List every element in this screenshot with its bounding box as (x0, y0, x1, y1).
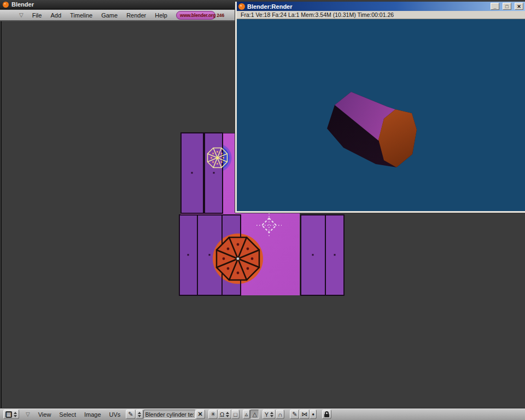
editor-type-arrows-icon (14, 412, 17, 417)
blender-logo-icon (3, 2, 9, 8)
menu-help[interactable]: Help (155, 12, 167, 19)
app-title: Blender (11, 1, 34, 8)
omega-arrows-icon (226, 412, 229, 417)
dot-button[interactable]: ● (310, 410, 317, 419)
triangle-filled-button[interactable]: △ (250, 410, 259, 419)
version-text: www.blender.org 246 (180, 13, 224, 18)
menu-game[interactable]: Game (101, 12, 118, 19)
blender-logo-icon (238, 3, 245, 10)
lock-icon (324, 411, 329, 417)
maximize-button[interactable]: □ (503, 3, 511, 10)
version-badge: www.blender.org 246 (176, 11, 215, 20)
gear-icon: ✳ (211, 411, 215, 418)
omega-icon: Ω (220, 411, 224, 418)
image-editor-icon: ▦ (5, 411, 12, 418)
gear-button[interactable]: ✳ (208, 410, 218, 419)
menu-uvs[interactable]: UVs (109, 411, 121, 418)
pencil-icon: ✎ (292, 411, 297, 418)
uv-cap-bottom-center (236, 257, 239, 260)
close-button[interactable]: ✕ (515, 3, 523, 10)
uv-editor-header: ▦ ▽ View Select Image UVs ✎ ✕ ✳ Ω □ ▵ △ … (0, 408, 525, 420)
menu-timeline[interactable]: Timeline (70, 12, 92, 19)
menu-select[interactable]: Select (59, 411, 76, 418)
render-stats: Fra:1 Ve:18 Fa:24 La:1 Mem:3.54M (10.31M… (237, 11, 525, 19)
minimize-button[interactable]: _ (491, 3, 499, 10)
image-name-field[interactable] (143, 410, 196, 419)
menu-render[interactable]: Render (126, 12, 146, 19)
bowtie-icon: ⋈ (301, 411, 307, 418)
render-window-titlebar[interactable]: Blender:Render _ □ ✕ (237, 2, 525, 11)
editor-left-edge (0, 21, 2, 409)
sticky-arrows-icon (270, 412, 273, 417)
menu-add[interactable]: Add (50, 12, 61, 19)
browse-arrows-icon (138, 412, 141, 417)
pin-icon: ✎ (128, 411, 133, 418)
pin-button[interactable]: ✎ (126, 410, 135, 419)
render-window: Blender:Render _ □ ✕ Fra:1 Ve:18 Fa:24 L… (235, 2, 525, 213)
omega-button[interactable]: Ω (218, 410, 231, 419)
triangle-outline-icon: ▵ (245, 411, 248, 418)
triangle-outline-button[interactable]: ▵ (243, 410, 250, 419)
square-button[interactable]: □ (231, 410, 240, 419)
square-icon: □ (234, 411, 237, 418)
menu-image[interactable]: Image (84, 411, 101, 418)
rendered-cylinder (237, 19, 525, 211)
render-viewport (237, 19, 525, 211)
snap-button[interactable]: ∩ (276, 410, 284, 419)
menu-file[interactable]: File (32, 12, 42, 19)
magnet-icon: ∩ (278, 411, 282, 418)
menu-view[interactable]: View (38, 411, 51, 418)
lock-button[interactable] (322, 410, 331, 419)
triangle-icon: △ (252, 411, 256, 418)
mirror-button[interactable]: ⋈ (299, 410, 310, 419)
dot-icon: ● (312, 412, 314, 417)
header-collapse-icon[interactable]: ▽ (19, 12, 24, 18)
browse-image-button[interactable] (136, 410, 143, 419)
pencil-button[interactable]: ✎ (290, 410, 299, 419)
editor-type-button[interactable]: ▦ (3, 410, 19, 419)
sticky-select-button[interactable]: Y (262, 410, 276, 419)
render-window-title: Blender:Render (247, 3, 487, 10)
y-icon: Y (265, 411, 269, 418)
uv-cap-top-center (217, 157, 219, 159)
header-collapse-icon[interactable]: ▽ (26, 411, 30, 417)
unlink-image-button[interactable]: ✕ (196, 410, 205, 419)
